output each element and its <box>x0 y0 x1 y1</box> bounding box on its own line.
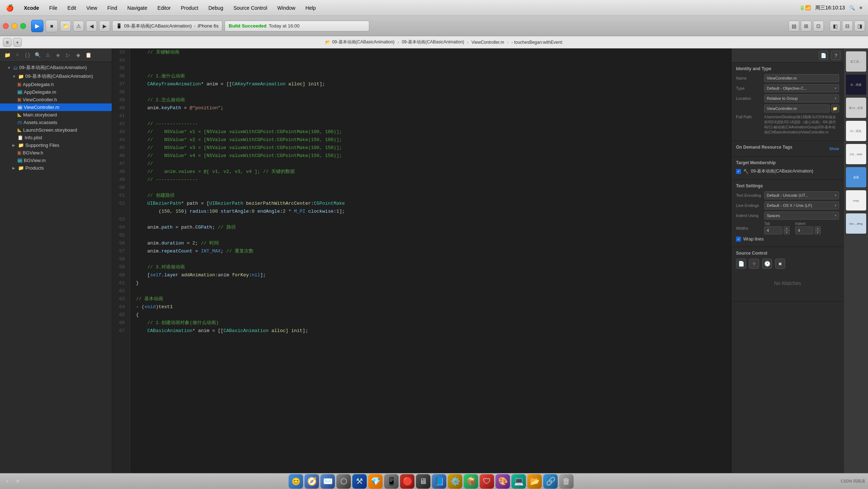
sidebar-item-group[interactable]: ▼ 📁 09-基本动画(CABasicAnimation) <box>0 72 112 81</box>
breadcrumb-method[interactable]: - touchesBegan:withEvent: <box>510 39 565 46</box>
dock-simulator[interactable]: 📱 <box>384 474 399 489</box>
sidebar-item-viewcontroller-m[interactable]: m ViewController.m <box>0 103 112 111</box>
indent-decrement-btn[interactable]: ▼ <box>815 230 821 234</box>
sidebar-item-root[interactable]: ▼ 🗂 09-基本动画(CABasicAnimation) <box>0 63 112 72</box>
dock-file-dmg[interactable]: xco....dmg <box>846 213 866 234</box>
menu-file[interactable]: File <box>48 4 59 12</box>
inspector-file-btn[interactable]: 📄 <box>819 51 828 60</box>
dock-item5[interactable]: 📦 <box>464 474 478 489</box>
source-control-nav-btn[interactable]: ⑂ <box>13 51 22 59</box>
location-value-field[interactable]: ViewController.m <box>764 105 830 112</box>
apple-menu[interactable]: 🍎 <box>6 4 14 12</box>
menu-debug[interactable]: Debug <box>207 4 225 12</box>
dock-item2[interactable]: 🖥 <box>416 474 430 489</box>
sidebar-item-appdelegate-h[interactable]: h AppDelegate.h <box>0 81 112 88</box>
sidebar-item-bgview-m[interactable]: m BGView.m <box>0 157 112 164</box>
sc-icon-btn4[interactable]: ■ <box>775 259 785 269</box>
run-button[interactable]: ▶ <box>31 20 43 32</box>
dock-file-copy[interactable]: copy <box>846 190 866 211</box>
indent-stepper[interactable]: ▲ ▼ <box>815 226 821 234</box>
editor-assistant-button[interactable]: ⊞ <box>801 21 812 31</box>
menu-find[interactable]: Find <box>106 4 119 12</box>
control-center-icon[interactable]: ≡ <box>859 5 862 10</box>
dock-xcode[interactable]: ⚒ <box>352 474 367 489</box>
indent-using-field[interactable]: Spaces ▾ <box>764 212 839 220</box>
dock-item1[interactable]: 🔴 <box>400 474 414 489</box>
menu-view[interactable]: View <box>85 4 99 12</box>
dock-item9[interactable]: 📂 <box>527 474 542 489</box>
dock-file-desktop[interactable]: 桌面 <box>846 167 866 187</box>
dock-item4[interactable]: ⚙️ <box>448 474 462 489</box>
location-browse-btn[interactable]: 📁 <box>831 105 839 112</box>
type-field[interactable]: Default - Objective-C... ▾ <box>764 84 839 92</box>
target-checkbox[interactable]: ✓ <box>736 169 741 174</box>
sidebar-item-main-storyboard[interactable]: 📐 Main.storyboard <box>0 111 112 119</box>
menu-window[interactable]: Window <box>276 4 297 12</box>
add-file-button[interactable]: + <box>13 38 22 47</box>
sidebar-item-supporting-files[interactable]: ▶ 📁 Supporting Files <box>0 141 112 149</box>
line-endings-field[interactable]: Default - OS X / Unix (LF) ▾ <box>764 201 839 209</box>
dock-file-video[interactable]: 未...视频 <box>846 75 866 95</box>
menu-editor[interactable]: Editor <box>156 4 172 12</box>
stop-button[interactable]: ■ <box>46 20 58 32</box>
breadcrumb-project[interactable]: 📂 09-基本动画(CABasicAnimation) <box>324 38 396 46</box>
issue-nav-btn[interactable]: ⚠ <box>43 51 52 59</box>
sidebar-item-viewcontroller-h[interactable]: h ViewController.h <box>0 96 112 103</box>
dock-item10[interactable]: 🔗 <box>543 474 558 489</box>
report-nav-btn[interactable]: 📋 <box>84 51 93 59</box>
dock-file-zjl[interactable]: ZJL...etail <box>846 144 866 164</box>
sidebar-item-appdelegate-m[interactable]: m AppDelegate.m <box>0 88 112 96</box>
dock-item7[interactable]: 🎨 <box>495 474 510 489</box>
project-nav-button[interactable]: 📁 <box>60 21 71 31</box>
menu-navigate[interactable]: Navigate <box>126 4 149 12</box>
text-encoding-field[interactable]: Default - Unicode (UT... ▾ <box>764 191 839 199</box>
dock-safari[interactable]: 🧭 <box>305 474 319 489</box>
symbol-nav-btn[interactable]: { } <box>23 51 32 59</box>
search-icon[interactable]: 🔍 <box>849 5 855 10</box>
dock-trash[interactable]: 🗑 <box>559 474 574 489</box>
code-text-area[interactable]: // 关键帧动画 // 1.做什么动画 CAKeyframeAnimation … <box>130 48 731 473</box>
breakpoint-nav-btn[interactable]: ◆ <box>74 51 82 59</box>
dock-mail[interactable]: ✉️ <box>320 474 335 489</box>
editor-version-button[interactable]: ⊡ <box>813 21 824 31</box>
menu-xcode[interactable]: Xcode <box>22 4 41 12</box>
find-nav-btn[interactable]: 🔍 <box>33 51 42 59</box>
sidebar-item-assets[interactable]: 🗃 Assets.xcassets <box>0 119 112 126</box>
dock-item6[interactable]: 🛡 <box>480 474 494 489</box>
sidebar-toggle-button[interactable]: ≡ <box>3 38 12 47</box>
dock-item8[interactable]: 💻 <box>511 474 526 489</box>
test-nav-btn[interactable]: ◈ <box>54 51 62 59</box>
refresh-btn[interactable]: ↺ <box>13 477 22 486</box>
sc-icon-btn1[interactable]: 📄 <box>736 259 746 269</box>
sidebar-item-launch-storyboard[interactable]: 📐 LaunchScreen.storyboard <box>0 126 112 134</box>
menu-help[interactable]: Help <box>304 4 318 12</box>
menu-product[interactable]: Product <box>179 4 200 12</box>
maximize-button[interactable] <box>20 23 26 29</box>
tab-width-input[interactable]: 4 <box>764 226 782 234</box>
indent-increment-btn[interactable]: ▲ <box>815 226 821 230</box>
tab-decrement-btn[interactable]: ▼ <box>784 230 790 234</box>
warning-button[interactable]: ⚠ <box>73 21 84 31</box>
sidebar-item-products[interactable]: ▶ 📁 Products <box>0 164 112 172</box>
dock-file-13[interactable]: 第13...业准 <box>846 98 866 118</box>
show-button[interactable]: Show <box>829 146 839 151</box>
menu-source-control[interactable]: Source Control <box>232 4 268 12</box>
minimize-button[interactable] <box>12 23 17 29</box>
back-button[interactable]: ◀ <box>86 21 97 31</box>
nav-panel-button[interactable]: ◧ <box>830 21 841 31</box>
name-field[interactable]: ViewController.m <box>764 74 839 82</box>
breadcrumb-group[interactable]: 09-基本动画(CABasicAnimation) <box>400 38 466 46</box>
breadcrumb-file[interactable]: ViewController.m <box>470 39 506 46</box>
tab-stepper[interactable]: ▲ ▼ <box>784 226 790 234</box>
sc-icon-btn3[interactable]: 🕐 <box>762 259 772 269</box>
tab-increment-btn[interactable]: ▲ <box>784 226 790 230</box>
indent-width-input[interactable]: 4 <box>795 226 813 234</box>
wrap-lines-checkbox[interactable]: ✓ <box>736 237 741 242</box>
debug-nav-btn[interactable]: ▷ <box>64 51 72 59</box>
inspector-panel-button[interactable]: ◨ <box>854 21 865 31</box>
dock-item3[interactable]: 📘 <box>432 474 446 489</box>
dock-sketch[interactable]: 💎 <box>368 474 383 489</box>
sidebar-item-info-plist[interactable]: 📋 Info.plist <box>0 134 112 141</box>
close-button[interactable] <box>3 23 9 29</box>
dock-finder[interactable]: 😊 <box>289 474 303 489</box>
